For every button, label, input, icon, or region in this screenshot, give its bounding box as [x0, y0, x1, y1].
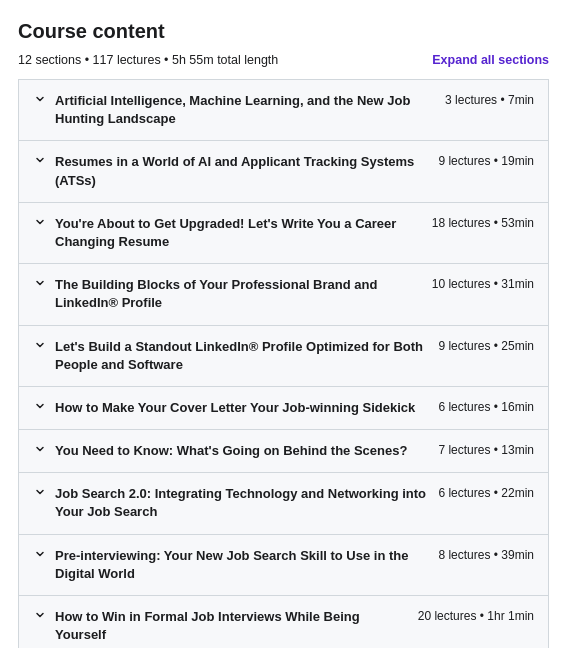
- chevron-down-icon: [33, 487, 47, 497]
- course-content-container: Course content 12 sections • 117 lecture…: [0, 0, 567, 648]
- section-title: You're About to Get Upgraded! Let's Writ…: [55, 215, 424, 251]
- section-item[interactable]: You Need to Know: What's Going on Behind…: [19, 430, 548, 473]
- section-body: Resumes in a World of AI and Applicant T…: [55, 153, 534, 189]
- section-body: You Need to Know: What's Going on Behind…: [55, 442, 534, 460]
- section-meta: 7 lectures • 13min: [438, 443, 534, 457]
- section-title: Pre-interviewing: Your New Job Search Sk…: [55, 547, 430, 583]
- section-item[interactable]: Job Search 2.0: Integrating Technology a…: [19, 473, 548, 534]
- section-body: Artificial Intelligence, Machine Learnin…: [55, 92, 534, 128]
- section-body: You're About to Get Upgraded! Let's Writ…: [55, 215, 534, 251]
- section-meta: 6 lectures • 16min: [438, 400, 534, 414]
- sections-list: Artificial Intelligence, Machine Learnin…: [18, 79, 549, 648]
- section-item[interactable]: You're About to Get Upgraded! Let's Writ…: [19, 203, 548, 264]
- chevron-down-icon: [33, 610, 47, 620]
- section-item[interactable]: How to Make Your Cover Letter Your Job-w…: [19, 387, 548, 430]
- chevron-down-icon: [33, 278, 47, 288]
- chevron-down-icon: [33, 155, 47, 165]
- section-meta: 10 lectures • 31min: [432, 277, 534, 291]
- section-item[interactable]: Artificial Intelligence, Machine Learnin…: [19, 80, 548, 141]
- section-title: How to Make Your Cover Letter Your Job-w…: [55, 399, 430, 417]
- section-title: Resumes in a World of AI and Applicant T…: [55, 153, 430, 189]
- summary-text: 12 sections • 117 lectures • 5h 55m tota…: [18, 53, 278, 67]
- section-body: How to Make Your Cover Letter Your Job-w…: [55, 399, 534, 417]
- chevron-down-icon: [33, 549, 47, 559]
- section-meta: 3 lectures • 7min: [445, 93, 534, 107]
- chevron-down-icon: [33, 94, 47, 104]
- section-body: Job Search 2.0: Integrating Technology a…: [55, 485, 534, 521]
- chevron-down-icon: [33, 444, 47, 454]
- chevron-down-icon: [33, 340, 47, 350]
- chevron-down-icon: [33, 217, 47, 227]
- section-title: Let's Build a Standout LinkedIn® Profile…: [55, 338, 430, 374]
- section-meta: 18 lectures • 53min: [432, 216, 534, 230]
- section-item[interactable]: Let's Build a Standout LinkedIn® Profile…: [19, 326, 548, 387]
- section-title: You Need to Know: What's Going on Behind…: [55, 442, 430, 460]
- section-meta: 9 lectures • 19min: [438, 154, 534, 168]
- section-item[interactable]: Resumes in a World of AI and Applicant T…: [19, 141, 548, 202]
- page-title: Course content: [18, 20, 549, 43]
- section-item[interactable]: Pre-interviewing: Your New Job Search Sk…: [19, 535, 548, 596]
- section-title: Artificial Intelligence, Machine Learnin…: [55, 92, 437, 128]
- section-item[interactable]: The Building Blocks of Your Professional…: [19, 264, 548, 325]
- summary-row: 12 sections • 117 lectures • 5h 55m tota…: [18, 53, 549, 67]
- expand-all-link[interactable]: Expand all sections: [432, 53, 549, 67]
- section-meta: 20 lectures • 1hr 1min: [418, 609, 534, 623]
- section-title: Job Search 2.0: Integrating Technology a…: [55, 485, 430, 521]
- section-body: Pre-interviewing: Your New Job Search Sk…: [55, 547, 534, 583]
- section-meta: 9 lectures • 25min: [438, 339, 534, 353]
- section-body: How to Win in Formal Job Interviews Whil…: [55, 608, 534, 644]
- chevron-down-icon: [33, 401, 47, 411]
- section-meta: 8 lectures • 39min: [438, 548, 534, 562]
- section-title: The Building Blocks of Your Professional…: [55, 276, 424, 312]
- section-body: Let's Build a Standout LinkedIn® Profile…: [55, 338, 534, 374]
- section-body: The Building Blocks of Your Professional…: [55, 276, 534, 312]
- section-title: How to Win in Formal Job Interviews Whil…: [55, 608, 410, 644]
- section-item[interactable]: How to Win in Formal Job Interviews Whil…: [19, 596, 548, 648]
- section-meta: 6 lectures • 22min: [438, 486, 534, 500]
